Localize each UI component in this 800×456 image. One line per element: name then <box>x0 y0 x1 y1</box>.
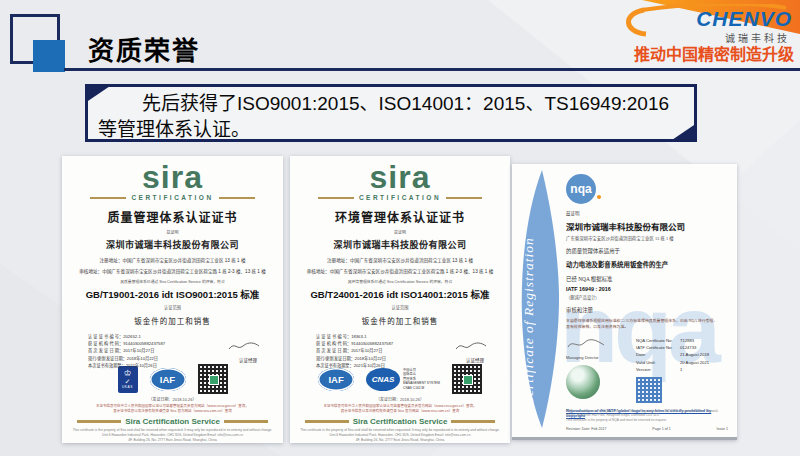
company-name: 深圳市诚瑞丰科技股份有限公司 <box>106 238 239 251</box>
cnas-badge: CNAS 中国认可 国际互认 管理体系 MANAGEMENT SYSTEM CN… <box>366 368 440 391</box>
managing-director-label: Managing Director <box>566 355 636 360</box>
manager-label: 认证经理 <box>239 357 257 363</box>
nqa-footer: NQA is a trading name of NQA Certificati… <box>566 409 728 431</box>
standard-text: GB/T19001-2016 idt ISO9001:2015 标准 <box>86 287 260 301</box>
revision-label: Revision: Date: Feb 2017 <box>566 427 607 431</box>
certificate-iatf16949: nqa Certificate of Registration nqa 兹证明 … <box>512 164 737 440</box>
sira-certification-row: CERTIFICATION <box>90 194 254 201</box>
intro-box: 先后获得了ISO9001:2015、ISO14001：2015、TS16949:… <box>85 84 697 142</box>
company-logo: CHENVO 诚瑞丰科技 <box>610 4 796 42</box>
standard-intro-line: 已经 NQA 根据标准 <box>566 275 728 283</box>
assessment-paragraph: 本自愿性申请系根据应用标准和二/三方标准保持其质量管理体系，已由 NQA 进行受… <box>566 318 728 330</box>
certificate-iso14001: sira CERTIFICATION 环境管理体系认证证书 兹证明 深圳市诚瑞丰… <box>290 156 510 443</box>
footer-bottom-row: Revision: Date: Feb 2017 Page 1 of 1 Iss… <box>566 427 728 431</box>
details-and-qr: NQA Certificate No:T12883 IATF Certifica… <box>636 337 728 403</box>
logo-brand-text: CHENVO <box>696 7 792 31</box>
signature-block: Managing Director <box>566 337 636 399</box>
certify-label: 兹证明 <box>566 210 728 216</box>
signature-icon <box>227 339 261 353</box>
fine-print: This certificate is the property of Sira… <box>69 428 277 443</box>
certify-label: 兹证明 <box>394 229 406 235</box>
nqa-content: nqa 兹证明 深圳市诚瑞丰科技股份有限公司 广东省深圳市宝安区沙井街道洪田荷宝… <box>566 174 728 433</box>
fine-print: This certificate is the property of Sira… <box>297 428 504 443</box>
cnas-logo-icon: CNAS <box>366 368 400 391</box>
detail-lines: 认 证 证 书 编 号：18363-1 获 证 机 构 代 码：91440300… <box>316 333 393 369</box>
detail-line: 认 证 证 书 编 号：18363-1 <box>316 333 393 340</box>
globe-icon <box>566 365 600 399</box>
scope-label: 认证范围 <box>392 304 409 310</box>
check-icon: ✓ <box>125 378 131 385</box>
audit-address: 审核地址：中国广东省深圳市宝安区沙井街道洪田荷宝工业区荷宝路 1 栋 2-3 楼… <box>75 268 269 275</box>
issue-date-note: （发证日期：2018.10.26） <box>148 396 196 402</box>
blue-band-decoration <box>512 168 562 430</box>
certificate-title: 质量管理体系认证证书 <box>107 208 237 225</box>
slide: 资质荣誉 CHENVO 诚瑞丰科技 推动中国精密制造升级 先后获得了ISO900… <box>0 0 800 456</box>
page-label: Page 1 of 1 <box>652 427 670 431</box>
detail-line: 获 证 机 构 代 码：914403005882437587 <box>316 340 393 347</box>
sira-footer-brand: Sira Certification Service <box>305 417 496 426</box>
sira-certification-label: CERTIFICATION <box>359 194 441 201</box>
sira-certification-label: CERTIFICATION <box>131 194 213 201</box>
company-address: 广东省深圳市宝安区沙井街道洪田荷宝工业区 13 栋 1 楼 <box>566 235 728 241</box>
company-name: 深圳市诚瑞丰科技股份有限公司 <box>333 238 466 251</box>
assessment-note: 其环境管理体系已通过 Sira Certification Service 的评… <box>348 279 452 284</box>
signature-icon <box>454 339 488 353</box>
audit-address: 审核地址：中国广东省深圳市宝安区沙井街道洪田荷宝工业区荷宝路 1 栋 2-3 楼… <box>303 268 497 275</box>
page-title: 资质荣誉 <box>88 30 200 67</box>
assessment-note: 其质量管理体系已通过 Sira Certification Service 的评… <box>120 279 224 284</box>
gold-bar <box>90 197 126 200</box>
registered-address: 注册地址：中国广东省深圳市宝安区沙井街道洪田荷宝工业区 13 栋 1 楼 <box>75 257 269 264</box>
sira-footer-brand: Sira Certification Service <box>77 417 268 426</box>
certificate-scope: 钣金件的加工和销售 <box>134 315 211 326</box>
issue-label: Issue 1 <box>716 427 728 431</box>
ukas-badge-icon: ♔ ✓ UKAS <box>118 366 138 393</box>
qr-code-icon <box>452 364 482 394</box>
iaf-badge-icon: IAF <box>150 368 186 391</box>
certificate-details: 认 证 证 书 编 号：18363-1 获 证 机 构 代 码：91440300… <box>290 333 510 362</box>
intro-text: 先后获得了ISO9001:2015、ISO14001：2015、TS16949:… <box>88 87 694 142</box>
company-slogan: 推动中国精密制造升级 <box>610 41 794 65</box>
qr-code-icon <box>198 364 228 394</box>
gold-bar <box>305 420 349 423</box>
title-underline <box>64 68 800 71</box>
scope-label: 认证范围 <box>164 304 181 310</box>
iaf-badge-icon: IAF <box>318 368 354 391</box>
signature-icon <box>566 337 606 351</box>
detail-line: 首 次 发 证 日 期：2017年10月27日 <box>88 347 165 354</box>
detail-line: 现行/更新发证日期：2018年10月22日 <box>88 355 165 362</box>
square-fill-decoration <box>33 40 65 72</box>
sira-certification-row: CERTIFICATION <box>318 194 482 201</box>
registered-address: 注册地址：中国广东省深圳市宝安区沙井街道洪田荷宝工业区 13 栋 1 楼 <box>303 257 497 264</box>
certificate-of-registration-label: Certificate of Registration <box>521 190 537 406</box>
cnas-text-block: 中国认可 国际互认 管理体系 MANAGEMENT SYSTEM CNAS C1… <box>403 368 440 391</box>
certificate-scope: 钣金件的加工和销售 <box>362 315 439 326</box>
certify-label: 兹证明 <box>167 229 179 235</box>
registered-line: 审核和注册 <box>566 306 728 314</box>
certificate-scope: 动力电池及影音系统用钣金件的生产 <box>566 260 728 269</box>
issue-date-note: （发证日期：2018.10.26） <box>376 396 424 402</box>
detail-line: 获 证 机 构 代 码：914403005882437587 <box>88 340 165 347</box>
certificate-iso9001: sira CERTIFICATION 质量管理体系认证证书 兹证明 深圳市诚瑞丰… <box>62 156 283 443</box>
detail-line: 认 证 证 书 编 号：202652-1 <box>88 333 165 340</box>
gold-bar <box>318 197 354 200</box>
verification-note: 本证书信息可在中华人民共和国国家认证认可监督管理委员会官方网站（www.cnca… <box>298 404 503 415</box>
detail-line: 首 次 发 证 日 期：2017年10月27日 <box>316 347 393 354</box>
gold-bar <box>451 420 495 423</box>
verification-note: 本证书信息可在中华人民共和国国家认证认可监督管理委员会官方网站（www.cnca… <box>70 404 276 415</box>
gold-bar <box>224 420 268 423</box>
exclusion-note: （删减产品设计） <box>566 294 728 300</box>
detail-line: 本次证书有效期至：2021年10月26日 <box>316 362 393 369</box>
company-name: 深圳市诚瑞丰科技股份有限公司 <box>566 220 728 232</box>
detail-lines: 认 证 证 书 编 号：202652-1 获 证 机 构 代 码：9144030… <box>88 333 165 369</box>
qr-code-icon <box>636 377 662 403</box>
gold-bar <box>446 197 482 200</box>
certificate-details: NQA Certificate No:T12883 IATF Certifica… <box>636 337 728 373</box>
intro-line-2: 等管理体系认证。 <box>98 117 682 143</box>
signature-and-details-row: Managing Director NQA Certificate No:T12… <box>566 337 728 403</box>
system-applies-line: 的质量管理体系适用于 <box>566 247 728 255</box>
standard-text: IATF 16949 : 2016 <box>566 286 728 292</box>
intro-line-1: 先后获得了ISO9001:2015、ISO14001：2015、TS16949:… <box>98 91 682 117</box>
gold-bar <box>219 197 255 200</box>
nqa-logo-icon: nqa <box>566 174 596 204</box>
detail-line: 本次证书有效期至：2021年10月26日 <box>88 362 165 369</box>
